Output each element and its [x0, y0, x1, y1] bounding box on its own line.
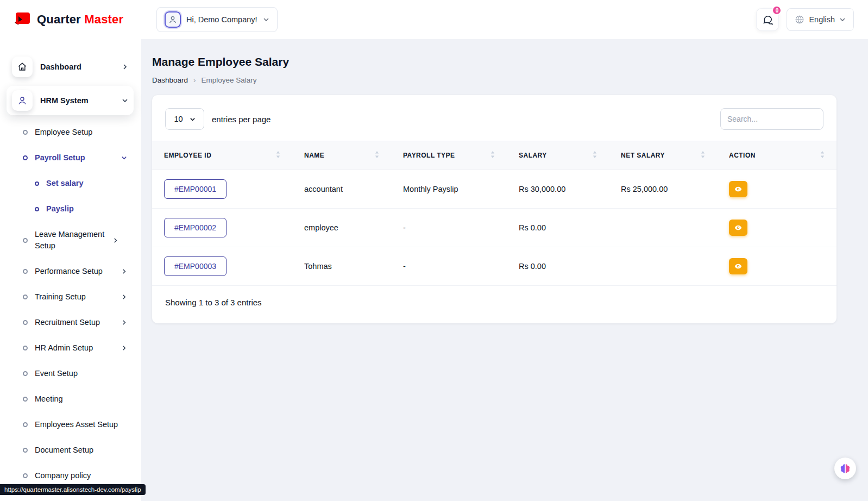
- bullet-icon: [35, 207, 39, 211]
- cell-name: accountant: [292, 170, 391, 209]
- cell-salary: Rs 30,000.00: [507, 170, 609, 209]
- sidebar-item-employees-asset-setup[interactable]: Employees Asset Setup: [7, 412, 134, 437]
- bullet-icon: [23, 269, 28, 274]
- breadcrumb-separator-icon: ›: [193, 76, 196, 84]
- bullet-icon: [23, 397, 28, 402]
- sort-icon[interactable]: [375, 151, 379, 160]
- language-selector[interactable]: English: [787, 8, 854, 31]
- page-title: Manage Employee Salary: [152, 55, 836, 68]
- chevron-down-icon: [121, 155, 127, 161]
- sidebar-item-payslip[interactable]: Payslip: [7, 196, 134, 222]
- column-header-action[interactable]: ACTION: [717, 141, 836, 170]
- status-bar-url: https://quartermaster.alisonstech-dev.co…: [0, 484, 146, 495]
- employee-id-button[interactable]: #EMP00002: [164, 218, 227, 237]
- salary-table: EMPLOYEE ID NAME PAYROLL TYPE SALARY NET…: [152, 141, 836, 286]
- table-row: #EMP00001 accountant Monthly Payslip Rs …: [152, 170, 836, 209]
- sidebar-item-hr-admin-setup[interactable]: HR Admin Setup: [7, 335, 134, 361]
- employee-id-button[interactable]: #EMP00003: [164, 256, 227, 276]
- employee-salary-card: 10 entries per page EMPLOYEE ID NAME PAY…: [152, 95, 836, 323]
- cell-salary: Rs 0.00: [507, 209, 609, 247]
- avatar: [165, 11, 181, 28]
- breadcrumb: Dashboard › Employee Salary: [152, 76, 836, 84]
- language-label: English: [809, 15, 835, 24]
- sidebar-item-set-salary[interactable]: Set salary: [7, 171, 134, 196]
- sort-icon[interactable]: [820, 151, 825, 160]
- cell-name: employee: [292, 209, 391, 247]
- sidebar-item-training-setup[interactable]: Training Setup: [7, 284, 134, 310]
- bullet-icon: [23, 295, 28, 299]
- user-icon: [12, 90, 33, 111]
- view-payslip-button[interactable]: [729, 181, 747, 197]
- column-header-salary[interactable]: SALARY: [507, 141, 609, 170]
- sort-icon[interactable]: [701, 151, 705, 160]
- brain-icon: [839, 462, 851, 474]
- sort-icon[interactable]: [276, 151, 280, 160]
- eye-icon: [734, 262, 743, 271]
- sidebar-item-recruitment-setup[interactable]: Recruitment Setup: [7, 310, 134, 335]
- cell-payroll-type: Monthly Payslip: [391, 170, 507, 209]
- view-payslip-button[interactable]: [729, 220, 747, 236]
- cell-net-salary: Rs 25,000.00: [609, 170, 717, 209]
- sidebar-item-leave-management-setup[interactable]: Leave Management Setup: [7, 222, 134, 259]
- chevron-right-icon: [121, 268, 127, 274]
- table-header-row: EMPLOYEE ID NAME PAYROLL TYPE SALARY NET…: [152, 141, 836, 170]
- column-header-payroll-type[interactable]: PAYROLL TYPE: [391, 141, 507, 170]
- column-header-name[interactable]: NAME: [292, 141, 391, 170]
- bullet-icon: [23, 346, 28, 350]
- view-payslip-button[interactable]: [729, 258, 747, 274]
- sidebar-item-label: Dashboard: [40, 62, 114, 71]
- search-input[interactable]: [720, 108, 823, 130]
- chevron-down-icon: [122, 97, 128, 104]
- messages-button[interactable]: 0: [756, 8, 779, 31]
- bullet-icon: [35, 181, 39, 186]
- sort-icon[interactable]: [490, 151, 495, 160]
- main-content: Manage Employee Salary Dashboard › Emplo…: [141, 39, 868, 501]
- sidebar-item-hrm-system[interactable]: HRM System: [7, 86, 134, 115]
- sidebar-item-dashboard[interactable]: Dashboard: [7, 52, 134, 82]
- cell-net-salary: [609, 209, 717, 247]
- brand-name: Quarter Master: [37, 12, 123, 27]
- table-row: #EMP00002 employee - Rs 0.00: [152, 209, 836, 247]
- chat-icon: [762, 14, 773, 26]
- chevron-right-icon: [121, 294, 127, 300]
- cell-name: Tohmas: [292, 247, 391, 286]
- bullet-icon: [23, 371, 28, 376]
- table-row: #EMP00003 Tohmas - Rs 0.00: [152, 247, 836, 286]
- sort-icon[interactable]: [593, 151, 597, 160]
- bullet-icon: [23, 320, 28, 325]
- sidebar-item-employee-setup[interactable]: Employee Setup: [7, 120, 134, 145]
- bullet-icon: [23, 238, 28, 243]
- sidebar-item-event-setup[interactable]: Event Setup: [7, 361, 134, 386]
- chevron-down-icon: [263, 16, 269, 23]
- entries-per-page-label: entries per page: [212, 115, 271, 124]
- column-header-employee-id[interactable]: EMPLOYEE ID: [152, 141, 292, 170]
- sidebar-item-label: HRM System: [40, 96, 114, 105]
- sidebar-item-document-setup[interactable]: Document Setup: [7, 437, 134, 463]
- chevron-down-icon: [190, 116, 196, 122]
- greeting-label: Hi, Demo Company!: [186, 15, 257, 24]
- bullet-icon: [23, 130, 28, 135]
- logo-icon: [13, 11, 32, 28]
- sidebar-item-payroll-setup[interactable]: Payroll Setup: [7, 145, 134, 171]
- bullet-icon: [23, 448, 28, 453]
- employee-id-button[interactable]: #EMP00001: [164, 179, 227, 199]
- chevron-right-icon: [121, 345, 127, 351]
- company-menu-button[interactable]: Hi, Demo Company!: [156, 7, 278, 32]
- breadcrumb-dashboard-link[interactable]: Dashboard: [152, 76, 188, 84]
- chevron-right-icon: [122, 64, 128, 70]
- chevron-right-icon: [121, 320, 127, 325]
- top-bar: Quarter Master Hi, Demo Company! 0: [0, 0, 868, 39]
- eye-icon: [734, 223, 743, 232]
- notification-badge: 0: [772, 5, 782, 15]
- column-header-net-salary[interactable]: NET SALARY: [609, 141, 717, 170]
- assistant-fab-button[interactable]: [834, 458, 856, 479]
- eye-icon: [734, 185, 743, 193]
- globe-icon: [795, 15, 804, 24]
- cell-payroll-type: -: [391, 209, 507, 247]
- bullet-icon: [23, 473, 28, 478]
- brand-logo: Quarter Master: [0, 11, 141, 28]
- entries-per-page-select[interactable]: 10: [165, 108, 204, 130]
- breadcrumb-current: Employee Salary: [202, 76, 257, 84]
- sidebar-item-performance-setup[interactable]: Performance Setup: [7, 259, 134, 284]
- sidebar-item-meeting[interactable]: Meeting: [7, 386, 134, 412]
